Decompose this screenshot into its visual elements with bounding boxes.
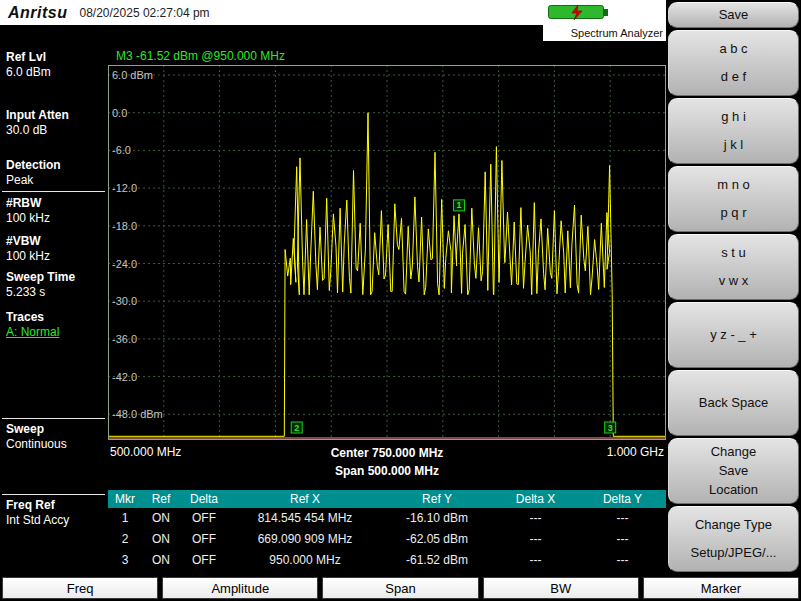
traces-readout: Traces A: Normal [6, 310, 106, 340]
sweep-time-value: 5.233 s [6, 285, 106, 300]
svg-text:1: 1 [457, 200, 462, 210]
spectrum-trace-svg: 6.0 dBm0.0-6.0-12.0-18.0-24.0-30.0-36.0-… [108, 65, 666, 440]
softkey-mno-pqr[interactable]: m n o p q r [668, 166, 799, 232]
svg-text:-12.0: -12.0 [112, 182, 137, 194]
marker-row-3[interactable]: 3 ON OFF 950.000 MHz -61.52 dBm --- --- [108, 550, 666, 571]
softkey-yz-symbols[interactable]: y z - _ + [668, 302, 799, 368]
col-delta: Delta [180, 490, 228, 508]
sweep-time-label: Sweep Time [6, 270, 106, 285]
rbw-value: 100 kHz [6, 211, 106, 226]
softkey-column: Save a b c d e f g h i j k l m n o p q r… [666, 0, 801, 575]
mode-label: Spectrum Analyzer [543, 25, 666, 41]
col-mkr: Mkr [108, 490, 142, 508]
svg-text:0.0: 0.0 [112, 107, 127, 119]
input-atten-readout: Input Atten 30.0 dB [6, 108, 106, 138]
svg-text:6.0 dBm: 6.0 dBm [112, 69, 153, 81]
anritsu-logo: Anritsu [8, 4, 68, 22]
divider [2, 191, 105, 192]
softkey-abc-def[interactable]: a b c d e f [668, 30, 799, 96]
divider [2, 418, 105, 419]
spectrum-chart[interactable]: 6.0 dBm0.0-6.0-12.0-18.0-24.0-30.0-36.0-… [108, 65, 666, 440]
sweep-mode-label: Sweep [6, 422, 106, 437]
detection-value: Peak [6, 173, 106, 188]
softkey-ghi-jkl[interactable]: g h i j k l [668, 98, 799, 164]
col-delta-x: Delta X [492, 490, 579, 508]
col-delta-y: Delta Y [579, 490, 666, 508]
detection-label: Detection [6, 158, 106, 173]
input-atten-value: 30.0 dB [6, 123, 106, 138]
top-bar: Anritsu 08/20/2025 02:27:04 pm [0, 0, 666, 25]
detection-readout: Detection Peak [6, 158, 106, 188]
svg-text:2: 2 [294, 423, 299, 433]
vbw-label: #VBW [6, 234, 106, 249]
svg-text:-24.0: -24.0 [112, 258, 137, 270]
svg-text:-18.0: -18.0 [112, 220, 137, 232]
span-label: Span 500.000 MHz [108, 464, 666, 478]
menu-marker-button[interactable]: Marker [643, 577, 799, 599]
analyzer-screen: Anritsu 08/20/2025 02:27:04 pm Spectrum … [0, 0, 801, 601]
marker-table-header: Mkr Ref Delta Ref X Ref Y Delta X Delta … [108, 490, 666, 508]
svg-text:-36.0: -36.0 [112, 333, 137, 345]
rbw-readout: #RBW 100 kHz [6, 196, 106, 226]
vbw-value: 100 kHz [6, 249, 106, 264]
sweep-time-readout: Sweep Time 5.233 s [6, 270, 106, 300]
svg-text:-30.0: -30.0 [112, 295, 137, 307]
softkey-back-space[interactable]: Back Space [668, 370, 799, 436]
traces-value[interactable]: A: Normal [6, 325, 106, 340]
traces-label: Traces [6, 310, 106, 325]
divider [2, 494, 105, 495]
marker-table: Mkr Ref Delta Ref X Ref Y Delta X Delta … [108, 490, 666, 571]
svg-text:-42.0: -42.0 [112, 371, 137, 383]
main-menu-bar: Freq Amplitude Span BW Marker [0, 575, 801, 601]
softkey-stu-vwx[interactable]: s t u v w x [668, 234, 799, 300]
menu-amplitude-button[interactable]: Amplitude [162, 577, 318, 599]
sweep-mode-value: Continuous [6, 437, 106, 452]
freq-ref-value: Int Std Accy [6, 513, 106, 528]
menu-freq-button[interactable]: Freq [2, 577, 158, 599]
menu-span-button[interactable]: Span [322, 577, 478, 599]
datetime-display: 08/20/2025 02:27:04 pm [80, 6, 210, 20]
input-atten-label: Input Atten [6, 108, 106, 123]
svg-text:-48.0 dBm: -48.0 dBm [112, 408, 163, 420]
sweep-mode-readout: Sweep Continuous [6, 422, 106, 452]
vbw-readout: #VBW 100 kHz [6, 234, 106, 264]
freq-ref-readout: Freq Ref Int Std Accy [6, 498, 106, 528]
ref-level-value: 6.0 dBm [6, 65, 106, 80]
svg-text:-6.0: -6.0 [112, 144, 131, 156]
marker-row-1[interactable]: 1 ON OFF 814.545 454 MHz -16.10 dBm --- … [108, 508, 666, 529]
svg-text:3: 3 [608, 423, 613, 433]
marker-readout: M3 -61.52 dBm @950.000 MHz [116, 49, 285, 63]
freq-ref-label: Freq Ref [6, 498, 106, 513]
softkey-save[interactable]: Save [668, 2, 799, 28]
center-freq-label: Center 750.000 MHz [108, 446, 666, 460]
marker-row-2[interactable]: 2 ON OFF 669.090 909 MHz -62.05 dBm --- … [108, 529, 666, 550]
softkey-change-save-location[interactable]: Change Save Location [668, 438, 799, 504]
battery-charging-icon [548, 5, 610, 24]
softkey-change-type[interactable]: Change Type Setup/JPEG/... [668, 506, 799, 572]
menu-bw-button[interactable]: BW [483, 577, 639, 599]
rbw-label: #RBW [6, 196, 106, 211]
ref-level-readout: Ref Lvl 6.0 dBm [6, 50, 106, 80]
col-ref-x: Ref X [228, 490, 382, 508]
col-ref: Ref [142, 490, 180, 508]
col-ref-y: Ref Y [382, 490, 492, 508]
ref-level-label: Ref Lvl [6, 50, 106, 65]
